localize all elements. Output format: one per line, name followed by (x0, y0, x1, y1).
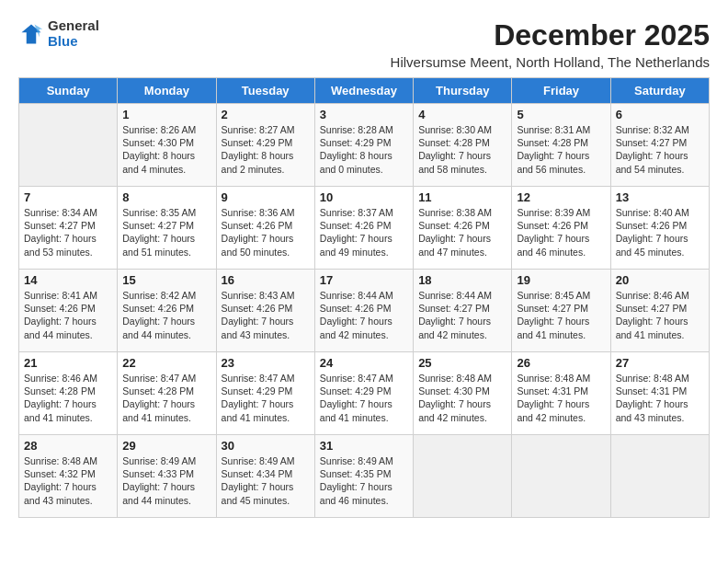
calendar-table: SundayMondayTuesdayWednesdayThursdayFrid… (18, 77, 710, 518)
title-block: December 2025 Hilversumse Meent, North H… (391, 18, 710, 70)
day-info: Sunrise: 8:49 AMSunset: 4:33 PMDaylight:… (122, 454, 210, 507)
calendar-cell: 24Sunrise: 8:47 AMSunset: 4:29 PMDayligh… (314, 352, 413, 435)
page-header: General Blue December 2025 Hilversumse M… (18, 18, 710, 70)
day-info: Sunrise: 8:46 AMSunset: 4:28 PMDaylight:… (24, 372, 112, 424)
calendar-cell: 30Sunrise: 8:49 AMSunset: 4:34 PMDayligh… (216, 435, 314, 518)
logo-text: General Blue (48, 18, 99, 49)
day-info: Sunrise: 8:46 AMSunset: 4:27 PMDaylight:… (616, 289, 704, 341)
day-info: Sunrise: 8:47 AMSunset: 4:29 PMDaylight:… (320, 372, 408, 424)
day-number: 21 (24, 356, 112, 370)
weekday-header-tuesday: Tuesday (216, 78, 314, 104)
day-number: 17 (320, 273, 408, 287)
location-subtitle: Hilversumse Meent, North Holland, The Ne… (391, 54, 710, 70)
day-number: 20 (616, 273, 704, 287)
calendar-cell: 28Sunrise: 8:48 AMSunset: 4:32 PMDayligh… (19, 435, 118, 518)
day-info: Sunrise: 8:26 AMSunset: 4:30 PMDaylight:… (122, 123, 210, 176)
calendar-header: SundayMondayTuesdayWednesdayThursdayFrid… (19, 78, 710, 104)
day-info: Sunrise: 8:35 AMSunset: 4:27 PMDaylight:… (122, 206, 210, 259)
calendar-week-row-1: 7Sunrise: 8:34 AMSunset: 4:27 PMDaylight… (19, 187, 710, 270)
day-number: 13 (616, 190, 704, 204)
day-info: Sunrise: 8:31 AMSunset: 4:28 PMDaylight:… (517, 123, 605, 176)
day-info: Sunrise: 8:48 AMSunset: 4:32 PMDaylight:… (24, 454, 112, 507)
day-info: Sunrise: 8:41 AMSunset: 4:26 PMDaylight:… (24, 289, 112, 341)
day-number: 30 (222, 439, 310, 453)
calendar-cell: 9Sunrise: 8:36 AMSunset: 4:26 PMDaylight… (216, 187, 314, 270)
day-number: 25 (418, 356, 506, 370)
calendar-body: 1Sunrise: 8:26 AMSunset: 4:30 PMDaylight… (19, 104, 710, 518)
day-number: 23 (222, 356, 310, 370)
calendar-cell (414, 435, 512, 518)
day-number: 26 (517, 356, 605, 370)
day-number: 11 (418, 190, 506, 204)
day-number: 9 (222, 190, 310, 204)
calendar-cell: 5Sunrise: 8:31 AMSunset: 4:28 PMDaylight… (512, 104, 610, 187)
day-number: 29 (122, 439, 210, 453)
calendar-cell: 22Sunrise: 8:47 AMSunset: 4:28 PMDayligh… (118, 352, 216, 435)
logo-general-text: General (48, 18, 99, 34)
day-info: Sunrise: 8:32 AMSunset: 4:27 PMDaylight:… (616, 123, 704, 176)
day-number: 16 (222, 273, 310, 287)
day-number: 19 (517, 273, 605, 287)
weekday-header-monday: Monday (118, 78, 216, 104)
calendar-cell (610, 435, 709, 518)
calendar-cell: 19Sunrise: 8:45 AMSunset: 4:27 PMDayligh… (512, 270, 610, 352)
calendar-cell: 26Sunrise: 8:48 AMSunset: 4:31 PMDayligh… (512, 352, 610, 435)
weekday-header-thursday: Thursday (414, 78, 512, 104)
calendar-cell: 3Sunrise: 8:28 AMSunset: 4:29 PMDaylight… (314, 104, 413, 187)
day-number: 18 (418, 273, 506, 287)
day-number: 10 (320, 190, 408, 204)
calendar-cell (19, 104, 118, 187)
calendar-cell: 10Sunrise: 8:37 AMSunset: 4:26 PMDayligh… (314, 187, 413, 270)
day-number: 15 (122, 273, 210, 287)
day-number: 12 (517, 190, 605, 204)
day-info: Sunrise: 8:30 AMSunset: 4:28 PMDaylight:… (418, 123, 506, 176)
day-info: Sunrise: 8:43 AMSunset: 4:26 PMDaylight:… (222, 289, 310, 341)
month-year-title: December 2025 (391, 18, 710, 52)
calendar-cell: 6Sunrise: 8:32 AMSunset: 4:27 PMDaylight… (610, 104, 709, 187)
day-info: Sunrise: 8:44 AMSunset: 4:26 PMDaylight:… (320, 289, 408, 341)
logo-blue-text: Blue (48, 34, 99, 50)
day-info: Sunrise: 8:34 AMSunset: 4:27 PMDaylight:… (24, 206, 112, 259)
calendar-cell: 2Sunrise: 8:27 AMSunset: 4:29 PMDaylight… (216, 104, 314, 187)
weekday-header-row: SundayMondayTuesdayWednesdayThursdayFrid… (19, 78, 710, 104)
calendar-week-row-0: 1Sunrise: 8:26 AMSunset: 4:30 PMDaylight… (19, 104, 710, 187)
day-number: 1 (122, 108, 210, 121)
day-number: 8 (122, 190, 210, 204)
weekday-header-saturday: Saturday (610, 78, 709, 104)
day-number: 14 (24, 273, 112, 287)
day-info: Sunrise: 8:28 AMSunset: 4:29 PMDaylight:… (320, 123, 408, 176)
calendar-cell: 13Sunrise: 8:40 AMSunset: 4:26 PMDayligh… (610, 187, 709, 270)
day-number: 24 (320, 356, 408, 370)
day-info: Sunrise: 8:48 AMSunset: 4:31 PMDaylight:… (616, 372, 704, 424)
calendar-cell: 21Sunrise: 8:46 AMSunset: 4:28 PMDayligh… (19, 352, 118, 435)
day-number: 27 (616, 356, 704, 370)
day-info: Sunrise: 8:39 AMSunset: 4:26 PMDaylight:… (517, 206, 605, 259)
calendar-cell: 25Sunrise: 8:48 AMSunset: 4:30 PMDayligh… (414, 352, 512, 435)
day-info: Sunrise: 8:40 AMSunset: 4:26 PMDaylight:… (616, 206, 704, 259)
day-info: Sunrise: 8:48 AMSunset: 4:31 PMDaylight:… (517, 372, 605, 424)
calendar-cell: 27Sunrise: 8:48 AMSunset: 4:31 PMDayligh… (610, 352, 709, 435)
calendar-week-row-2: 14Sunrise: 8:41 AMSunset: 4:26 PMDayligh… (19, 270, 710, 352)
calendar-cell (512, 435, 610, 518)
calendar-cell: 18Sunrise: 8:44 AMSunset: 4:27 PMDayligh… (414, 270, 512, 352)
logo-icon (18, 21, 44, 47)
day-info: Sunrise: 8:44 AMSunset: 4:27 PMDaylight:… (418, 289, 506, 341)
day-number: 5 (517, 108, 605, 121)
day-number: 3 (320, 108, 408, 121)
calendar-cell: 1Sunrise: 8:26 AMSunset: 4:30 PMDaylight… (118, 104, 216, 187)
day-info: Sunrise: 8:36 AMSunset: 4:26 PMDaylight:… (222, 206, 310, 259)
day-info: Sunrise: 8:47 AMSunset: 4:28 PMDaylight:… (122, 372, 210, 424)
day-info: Sunrise: 8:38 AMSunset: 4:26 PMDaylight:… (418, 206, 506, 259)
day-number: 7 (24, 190, 112, 204)
calendar-cell: 12Sunrise: 8:39 AMSunset: 4:26 PMDayligh… (512, 187, 610, 270)
day-info: Sunrise: 8:45 AMSunset: 4:27 PMDaylight:… (517, 289, 605, 341)
calendar-cell: 23Sunrise: 8:47 AMSunset: 4:29 PMDayligh… (216, 352, 314, 435)
day-info: Sunrise: 8:47 AMSunset: 4:29 PMDaylight:… (222, 372, 310, 424)
day-info: Sunrise: 8:27 AMSunset: 4:29 PMDaylight:… (222, 123, 310, 176)
day-number: 2 (222, 108, 310, 121)
calendar-cell: 8Sunrise: 8:35 AMSunset: 4:27 PMDaylight… (118, 187, 216, 270)
calendar-cell: 31Sunrise: 8:49 AMSunset: 4:35 PMDayligh… (314, 435, 413, 518)
calendar-cell: 20Sunrise: 8:46 AMSunset: 4:27 PMDayligh… (610, 270, 709, 352)
calendar-cell: 17Sunrise: 8:44 AMSunset: 4:26 PMDayligh… (314, 270, 413, 352)
weekday-header-wednesday: Wednesday (314, 78, 413, 104)
